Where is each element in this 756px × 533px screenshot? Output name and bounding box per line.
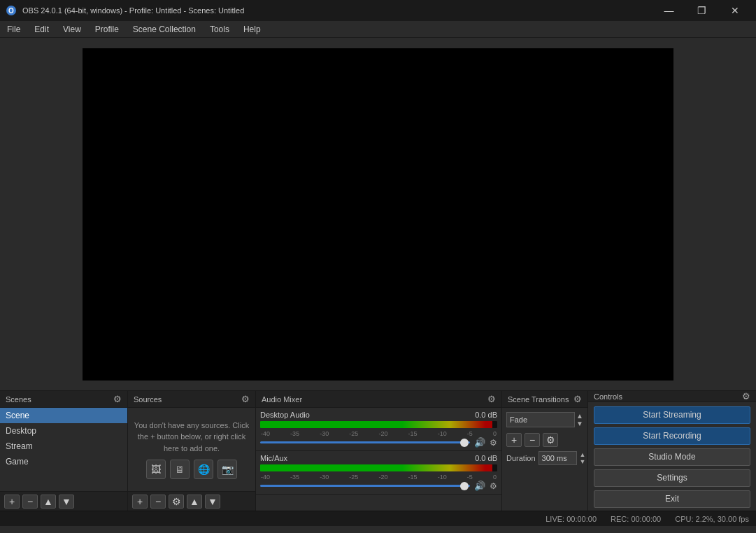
maximize-button[interactable]: ❐: [686, 0, 718, 21]
audio-mixer-config-icon[interactable]: ⚙: [487, 394, 496, 404]
source-settings-button[interactable]: ⚙: [169, 495, 184, 509]
desktop-audio-meter: [260, 421, 497, 428]
live-time: 00:00:00: [566, 515, 597, 523]
menu-help[interactable]: Help: [236, 22, 268, 36]
transitions-label: Scene Transitions: [508, 395, 569, 404]
preview-canvas: [83, 48, 673, 381]
desktop-audio-slider[interactable]: [260, 441, 470, 443]
mic-aux-slider[interactable]: [260, 485, 470, 487]
start-streaming-button[interactable]: Start Streaming: [594, 406, 750, 424]
menu-view[interactable]: View: [56, 22, 88, 36]
rec-status: REC: 00:00:00: [611, 515, 661, 523]
titlebar-left: O OBS 24.0.1 (64-bit, windows) - Profile…: [6, 5, 244, 16]
scenes-config-icon[interactable]: ⚙: [113, 394, 122, 404]
mic-aux-name: Mic/Aux: [260, 454, 287, 462]
rec-time: 00:00:00: [631, 515, 661, 523]
scene-item-desktop[interactable]: Desktop: [0, 423, 127, 439]
cpu-status: CPU: 2.2%, 30.00 fps: [675, 515, 749, 523]
controls-config-icon[interactable]: ⚙: [742, 391, 750, 401]
remove-source-button[interactable]: −: [150, 495, 166, 509]
mic-aux-meter: [260, 464, 497, 471]
menu-file[interactable]: File: [0, 22, 27, 36]
mic-aux-scale: -40 -35 -30 -25 -20 -15 -10 -5 0: [260, 474, 497, 481]
desktop-audio-gear-icon[interactable]: ⚙: [490, 438, 497, 448]
source-icon-browser: 🌐: [194, 460, 213, 479]
window-controls: — ❐ ✕: [653, 0, 750, 21]
close-button[interactable]: ✕: [719, 0, 750, 21]
scenes-panel: Scenes ⚙ Scene Desktop Stream Game + − ▲…: [0, 391, 128, 511]
sources-config-icon[interactable]: ⚙: [241, 394, 250, 404]
transitions-panel-header: Scene Transitions ⚙: [502, 391, 587, 408]
add-transition-button[interactable]: +: [506, 433, 522, 447]
cpu-value: 2.2%, 30.00 fps: [696, 515, 749, 523]
live-status: LIVE: 00:00:00: [545, 515, 597, 523]
scenes-label: Scenes: [6, 395, 31, 404]
transition-select-row: Fade Cut Swipe Slide ▲ ▼: [502, 408, 587, 432]
scene-transitions-panel: Scene Transitions ⚙ Fade Cut Swipe Slide…: [502, 391, 588, 511]
add-source-button[interactable]: +: [132, 495, 148, 509]
mic-aux-mute-icon[interactable]: 🔊: [474, 481, 485, 491]
move-scene-up-button[interactable]: ▲: [41, 495, 56, 509]
sources-toolbar: + − ⚙ ▲ ▼: [128, 491, 255, 511]
titlebar: O OBS 24.0.1 (64-bit, windows) - Profile…: [0, 0, 756, 21]
mic-aux-gear-icon[interactable]: ⚙: [490, 481, 497, 491]
scene-item-scene[interactable]: Scene: [0, 408, 127, 423]
start-recording-button[interactable]: Start Recording: [594, 427, 750, 445]
audio-mixer-header: Audio Mixer ⚙: [256, 391, 501, 408]
desktop-audio-track: Desktop Audio 0.0 dB -40 -35 -30 -25 -20…: [256, 408, 501, 451]
source-icon-display: 🖥: [170, 460, 190, 479]
sources-label: Sources: [134, 395, 162, 404]
mic-aux-header: Mic/Aux 0.0 dB: [260, 454, 497, 462]
move-source-up-button[interactable]: ▲: [187, 495, 202, 509]
desktop-audio-db: 0.0 dB: [475, 411, 497, 419]
remove-scene-button[interactable]: −: [22, 495, 38, 509]
minimize-button[interactable]: —: [653, 0, 685, 21]
source-icon-camera: 📷: [217, 460, 237, 479]
scenes-toolbar: + − ▲ ▼: [0, 491, 127, 511]
statusbar: LIVE: 00:00:00 REC: 00:00:00 CPU: 2.2%, …: [0, 511, 756, 526]
transition-select[interactable]: Fade Cut Swipe Slide: [506, 412, 575, 427]
add-scene-button[interactable]: +: [4, 495, 20, 509]
app-icon: O: [6, 5, 17, 16]
desktop-audio-thumb[interactable]: [460, 439, 469, 447]
scenes-panel-header: Scenes ⚙: [0, 391, 127, 408]
menu-tools[interactable]: Tools: [203, 22, 236, 36]
studio-mode-button[interactable]: Studio Mode: [594, 448, 750, 466]
controls-panel: Controls ⚙ Start Streaming Start Recordi…: [588, 391, 756, 511]
desktop-audio-header: Desktop Audio 0.0 dB: [260, 411, 497, 419]
preview-area: [0, 38, 756, 390]
duration-arrow-icon[interactable]: ▲ ▼: [580, 451, 586, 465]
controls-buttons: Start Streaming Start Recording Studio M…: [588, 402, 756, 512]
exit-button[interactable]: Exit: [594, 490, 750, 508]
desktop-audio-scale: -40 -35 -30 -25 -20 -15 -10 -5 0: [260, 430, 497, 437]
duration-label: Duration: [506, 454, 536, 462]
rec-label: REC:: [611, 515, 629, 523]
menu-profile[interactable]: Profile: [88, 22, 126, 36]
menu-edit[interactable]: Edit: [27, 22, 56, 36]
scene-item-stream[interactable]: Stream: [0, 439, 127, 454]
menu-scene-collection[interactable]: Scene Collection: [126, 22, 203, 36]
transition-arrow-icon[interactable]: ▲ ▼: [576, 412, 583, 427]
mic-aux-thumb[interactable]: [460, 482, 469, 490]
mic-aux-bar: [260, 464, 497, 471]
settings-button[interactable]: Settings: [594, 469, 750, 487]
sources-panel: Sources ⚙ You don't have any sources. Cl…: [128, 391, 256, 511]
transition-settings-button[interactable]: ⚙: [543, 433, 558, 447]
desktop-audio-level: [492, 421, 497, 428]
remove-transition-button[interactable]: −: [525, 433, 540, 447]
transitions-config-icon[interactable]: ⚙: [573, 394, 582, 404]
desktop-audio-name: Desktop Audio: [260, 411, 310, 419]
desktop-audio-mute-icon[interactable]: 🔊: [474, 437, 485, 448]
audio-mixer-panel: Audio Mixer ⚙ Desktop Audio 0.0 dB -40 -…: [256, 391, 502, 511]
live-label: LIVE:: [545, 515, 564, 523]
duration-input[interactable]: [539, 451, 577, 465]
controls-panel-header: Controls ⚙: [588, 391, 756, 402]
cpu-label: CPU:: [675, 515, 693, 523]
source-icon-image: 🖼: [146, 460, 166, 479]
menubar: File Edit View Profile Scene Collection …: [0, 21, 756, 38]
move-scene-down-button[interactable]: ▼: [59, 495, 74, 509]
sources-empty-message[interactable]: You don't have any sources. Click the + …: [128, 408, 255, 491]
desktop-audio-controls: 🔊 ⚙: [260, 437, 497, 448]
scene-item-game[interactable]: Game: [0, 454, 127, 469]
move-source-down-button[interactable]: ▼: [205, 495, 220, 509]
